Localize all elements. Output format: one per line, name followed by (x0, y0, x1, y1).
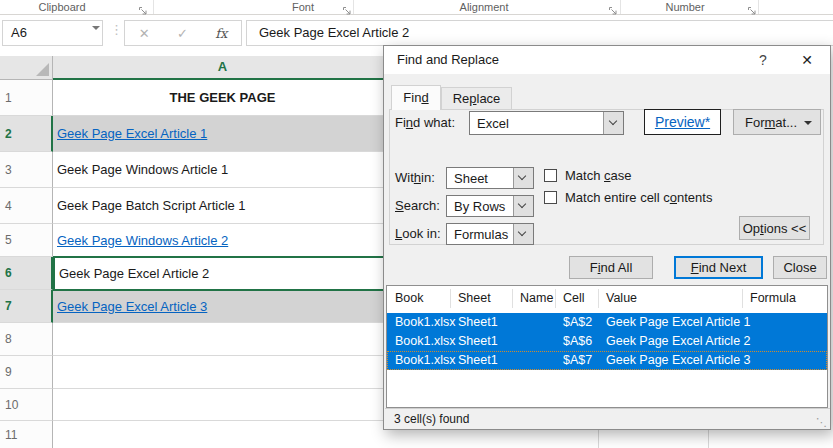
ribbon-group-number-label: Number (665, 0, 704, 14)
result-row-3[interactable]: Book1.xlsx Sheet1 $A$7 Geek Page Excel A… (387, 351, 827, 370)
row-header-2[interactable]: 2 (0, 116, 53, 152)
close-icon[interactable]: ✕ (794, 50, 820, 70)
find-what-combobox[interactable]: Excel (469, 111, 624, 135)
select-all-triangle-icon (36, 63, 49, 76)
within-select[interactable]: Sheet (446, 167, 534, 189)
match-case-checkbox[interactable] (544, 169, 557, 182)
search-select[interactable]: By Rows (446, 195, 534, 217)
cell-a2[interactable]: Geek Page Excel Article 1 (53, 116, 392, 152)
formula-input[interactable]: Geek Page Excel Article 2 (246, 20, 833, 46)
find-next-button[interactable]: Find Next (674, 256, 763, 279)
cell-a9[interactable] (53, 356, 392, 389)
row-header-7[interactable]: 7 (0, 290, 53, 323)
cell-a10[interactable] (53, 389, 392, 421)
ribbon-group-divider (153, 0, 154, 14)
row-header-1[interactable]: 1 (0, 80, 53, 116)
format-button[interactable]: Format... (733, 109, 821, 135)
results-col-sheet[interactable]: Sheet (458, 286, 491, 311)
chevron-down-icon[interactable] (513, 168, 533, 188)
column-header-a[interactable]: A (53, 56, 392, 80)
row-header-9[interactable]: 9 (0, 356, 53, 389)
results-col-name[interactable]: Name (520, 286, 553, 311)
find-all-button[interactable]: Find All (569, 256, 653, 279)
tab-find[interactable]: Find (391, 85, 441, 110)
match-entire-cell-checkbox[interactable] (544, 191, 557, 204)
match-case-label: Match case (565, 165, 631, 187)
select-all-corner[interactable] (0, 56, 53, 80)
format-dropdown-icon[interactable] (804, 121, 812, 125)
clipboard-dialog-launcher-icon[interactable] (138, 2, 148, 12)
help-icon[interactable]: ? (754, 50, 772, 70)
match-entire-cell-label: Match entire cell contents (565, 187, 712, 209)
row-header-11[interactable]: 11 (0, 421, 53, 448)
chevron-down-icon[interactable] (513, 224, 533, 244)
cell-a11[interactable] (53, 421, 392, 448)
within-value: Sheet (454, 168, 488, 188)
dialog-titlebar: Find and Replace ? ✕ (384, 46, 830, 74)
look-in-label: Look in: (395, 223, 441, 245)
status-text: 3 cell(s) found (394, 409, 469, 429)
look-in-value: Formulas (454, 224, 508, 244)
look-in-select[interactable]: Formulas (446, 223, 534, 245)
alignment-dialog-launcher-icon[interactable] (608, 2, 618, 12)
close-button[interactable]: Close (773, 256, 827, 279)
find-what-value: Excel (477, 112, 509, 134)
row-header-8[interactable]: 8 (0, 323, 53, 356)
cell-a6-active[interactable]: Geek Page Excel Article 2 (53, 256, 393, 291)
cell-a3[interactable]: Geek Page Windows Article 1 (53, 152, 392, 188)
ribbon-group-clipboard-label: Clipboard (38, 0, 85, 14)
chevron-down-icon[interactable] (603, 112, 623, 134)
dialog-status-bar: 3 cell(s) found ⋱ (385, 408, 830, 429)
results-col-book[interactable]: Book (395, 286, 424, 311)
row-header-6[interactable]: 6 (0, 257, 53, 290)
cancel-entry-button[interactable]: ✕ (139, 26, 150, 41)
within-label: Within: (395, 167, 435, 189)
chevron-down-icon[interactable] (513, 196, 533, 216)
resize-grip-icon[interactable]: ⋱ (816, 417, 827, 428)
formula-bar-separator-dots: ⋮ (110, 22, 123, 37)
results-col-formula[interactable]: Formula (750, 286, 796, 311)
row-header-3[interactable]: 3 (0, 152, 53, 188)
row-header-5[interactable]: 5 (0, 224, 53, 257)
font-dialog-launcher-icon[interactable] (342, 2, 352, 12)
options-button[interactable]: Options << (739, 216, 810, 240)
cell-a8[interactable] (53, 323, 392, 356)
cell-a5[interactable]: Geek Page Windows Article 2 (53, 224, 392, 257)
row-header-4[interactable]: 4 (0, 188, 53, 224)
result-row-1[interactable]: Book1.xlsx Sheet1 $A$2 Geek Page Excel A… (387, 313, 827, 332)
tab-replace[interactable]: Replace (441, 87, 512, 110)
ribbon-group-divider (353, 0, 354, 14)
cell-a6-link[interactable]: Geek Page Excel Article 2 (59, 266, 209, 281)
find-replace-dialog: Find and Replace ? ✕ Find Replace Find w… (383, 45, 831, 430)
name-box-dropdown-icon[interactable] (92, 26, 100, 30)
find-what-label: Find what: (395, 112, 455, 134)
dialog-title: Find and Replace (397, 46, 499, 74)
formula-bar-buttons: ✕ ✓ fx (124, 20, 242, 46)
row-header-10[interactable]: 10 (0, 389, 53, 421)
confirm-entry-button[interactable]: ✓ (177, 26, 188, 41)
name-box[interactable]: A6 (2, 20, 103, 46)
results-col-value[interactable]: Value (606, 286, 637, 311)
ribbon-group-font-label: Font (292, 0, 314, 14)
number-dialog-launcher-icon[interactable] (747, 2, 757, 12)
ribbon-strip: Clipboard Font Alignment Number (0, 0, 833, 15)
preview-button[interactable]: Preview* (644, 109, 721, 135)
ribbon-group-divider (758, 0, 759, 14)
ribbon-group-divider (620, 0, 621, 14)
insert-function-button[interactable]: fx (215, 26, 227, 41)
search-value: By Rows (454, 196, 505, 216)
results-table: Book Sheet Name Cell Value Formula Book1… (386, 285, 828, 408)
result-row-2[interactable]: Book1.xlsx Sheet1 $A$6 Geek Page Excel A… (387, 332, 827, 351)
search-label: Search: (395, 195, 440, 217)
cell-a1[interactable]: THE GEEK PAGE (53, 80, 392, 116)
ribbon-group-alignment-label: Alignment (460, 0, 509, 14)
cell-a7[interactable]: Geek Page Excel Article 3 (53, 290, 392, 323)
results-col-cell[interactable]: Cell (563, 286, 585, 311)
cell-a4[interactable]: Geek Page Batch Script Article 1 (53, 188, 392, 224)
